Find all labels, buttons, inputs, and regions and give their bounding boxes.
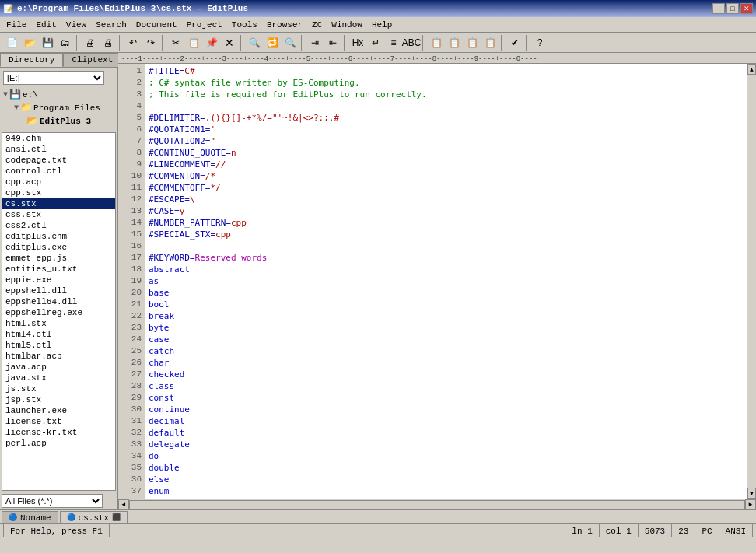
delete-button[interactable]: ✕ <box>221 34 238 51</box>
menu-browser[interactable]: Browser <box>262 19 307 31</box>
tab-noname-label: Noname <box>20 513 51 523</box>
file-item[interactable]: editplus.chm <box>2 231 115 242</box>
tab-cs-stx[interactable]: 🔵 cs.stx ⬛ <box>60 511 128 523</box>
redo-button[interactable]: ↷ <box>142 34 159 51</box>
menu-view[interactable]: View <box>61 19 91 31</box>
drive-selector[interactable]: [E:] <box>3 71 104 85</box>
findfile-button[interactable]: 🔍 <box>282 34 299 51</box>
tree-program-files[interactable]: ▼ 📁 Program Files <box>3 101 114 114</box>
undo-button[interactable]: ↶ <box>124 34 142 51</box>
directory-tab[interactable]: Directory <box>0 53 63 67</box>
file-item[interactable]: perl.acp <box>2 438 115 449</box>
cut-button[interactable]: ✂ <box>167 34 184 51</box>
clip1-button[interactable]: 📋 <box>428 34 445 51</box>
menu-project[interactable]: Project <box>182 19 227 31</box>
file-item[interactable]: java.acp <box>2 362 115 373</box>
file-item[interactable]: html4.ctl <box>2 329 115 340</box>
new-button[interactable]: 📄 <box>3 34 20 51</box>
replace-button[interactable]: 🔁 <box>264 34 281 51</box>
print-button[interactable]: 🖨 <box>82 34 99 51</box>
file-item[interactable]: cpp.stx <box>2 187 115 198</box>
line-num: 36 <box>121 474 142 485</box>
menu-edit[interactable]: Edit <box>31 19 61 31</box>
code-editor[interactable]: #TITLE=C#; C# syntax file written by ES-… <box>145 64 747 499</box>
wordwrap-button[interactable]: ↵ <box>367 34 384 51</box>
scroll-up-button[interactable]: ▲ <box>747 64 756 75</box>
clip3-button[interactable]: 📋 <box>464 34 481 51</box>
tree-editplus[interactable]: 📂 EditPlus 3 <box>3 114 114 128</box>
line-num: 13 <box>121 205 142 217</box>
cliptext-tab[interactable]: Cliptext <box>63 53 121 67</box>
menu-help[interactable]: Help <box>367 19 397 31</box>
file-item[interactable]: cs.stx <box>2 198 115 209</box>
clip4-button[interactable]: 📋 <box>481 34 499 51</box>
file-filter-select[interactable]: All Files (*.*) <box>2 494 103 508</box>
save-all-button[interactable]: 🗂 <box>57 34 74 51</box>
menu-tools[interactable]: Tools <box>227 19 262 31</box>
print-preview-button[interactable]: 🖨 <box>100 34 117 51</box>
paste-button[interactable]: 📌 <box>203 34 220 51</box>
hex-button[interactable]: Hx <box>349 34 366 51</box>
file-item[interactable]: emmet_epp.js <box>2 253 115 264</box>
file-item[interactable]: 949.chm <box>2 133 115 144</box>
scroll-left-button[interactable]: ◄ <box>118 499 129 510</box>
menu-window[interactable]: Window <box>327 19 367 31</box>
file-item[interactable]: license-kr.txt <box>2 427 115 438</box>
check-button[interactable]: ✔ <box>506 34 523 51</box>
menu-file[interactable]: File <box>2 19 31 31</box>
code-line: #COMMENTON=/* <box>149 170 744 182</box>
code-line: #DELIMITER=,(){}[]-+*%/="'~!&|<>?:;.# <box>149 112 744 124</box>
file-item[interactable]: eppshell64.dll <box>2 296 115 307</box>
file-item[interactable]: eppshell.dll <box>2 285 115 296</box>
file-item[interactable]: jsp.stx <box>2 394 115 405</box>
file-item[interactable]: ansi.ctl <box>2 144 115 155</box>
maximize-button[interactable]: □ <box>726 3 739 14</box>
file-item[interactable]: license.txt <box>2 416 115 427</box>
tree-root[interactable]: ▼ 💾 e:\ <box>3 88 114 101</box>
menubar: FileEditViewSearchDocumentProjectToolsBr… <box>0 17 756 33</box>
unindent-button[interactable]: ⇤ <box>324 34 341 51</box>
file-item[interactable]: control.ctl <box>2 166 115 177</box>
file-item[interactable]: js.stx <box>2 383 115 394</box>
horizontal-scrollbar[interactable]: ◄ ► <box>118 499 756 509</box>
close-button[interactable]: ✕ <box>740 3 753 14</box>
file-item[interactable]: cpp.acp <box>2 177 115 187</box>
file-item[interactable]: entities_u.txt <box>2 264 115 275</box>
file-item[interactable]: codepage.txt <box>2 155 115 166</box>
indent-button[interactable]: ⇥ <box>306 34 324 51</box>
menu-search[interactable]: Search <box>91 19 131 31</box>
vertical-scrollbar[interactable]: ▲ ▼ <box>747 64 756 499</box>
menu-zc[interactable]: ZC <box>307 19 327 31</box>
file-item[interactable]: eppshellreg.exe <box>2 307 115 318</box>
code-line: checked <box>149 369 744 380</box>
scroll-right-button[interactable]: ► <box>745 499 756 510</box>
file-item[interactable]: htmlbar.acp <box>2 351 115 362</box>
file-item[interactable]: css2.ctl <box>2 220 115 231</box>
line-num: 22 <box>121 310 142 322</box>
file-item[interactable]: html5.ctl <box>2 340 115 351</box>
minimize-button[interactable]: – <box>712 3 725 14</box>
scroll-down-button[interactable]: ▼ <box>747 488 756 499</box>
copy-button[interactable]: 📋 <box>185 34 202 51</box>
file-list[interactable]: 949.chmansi.ctlcodepage.txtcontrol.ctlcp… <box>2 132 116 491</box>
hscroll-track[interactable] <box>129 500 745 509</box>
file-item[interactable]: eppie.exe <box>2 275 115 285</box>
autoindent-button[interactable]: ≡ <box>385 34 402 51</box>
scroll-track <box>747 75 756 488</box>
tab-noname[interactable]: 🔵 Noname <box>2 511 58 523</box>
menu-document[interactable]: Document <box>131 19 182 31</box>
file-item[interactable]: css.stx <box>2 209 115 220</box>
line-num: 26 <box>121 357 142 369</box>
code-line: decimal <box>149 415 744 427</box>
help-button[interactable]: ? <box>531 34 548 51</box>
file-item[interactable]: java.stx <box>2 373 115 383</box>
code-line: default <box>149 427 744 439</box>
open-button[interactable]: 📂 <box>21 34 38 51</box>
save-button[interactable]: 💾 <box>39 34 56 51</box>
file-item[interactable]: editplus.exe <box>2 242 115 253</box>
file-item[interactable]: html.stx <box>2 318 115 329</box>
file-item[interactable]: launcher.exe <box>2 405 115 416</box>
spellcheck-button[interactable]: ABC <box>403 34 420 51</box>
clip2-button[interactable]: 📋 <box>446 34 463 51</box>
find-button[interactable]: 🔍 <box>246 34 263 51</box>
